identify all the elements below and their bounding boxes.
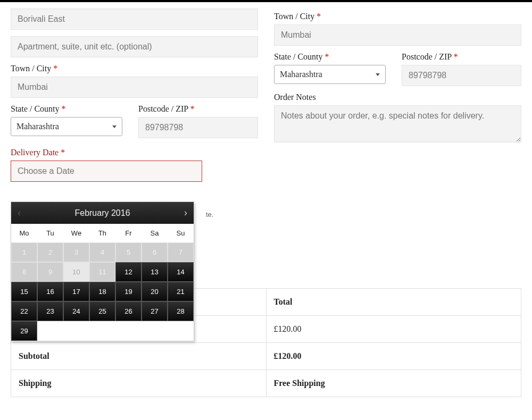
datepicker-day: 11 xyxy=(89,262,115,282)
datepicker-day[interactable]: 24 xyxy=(63,301,89,321)
datepicker-day[interactable]: 20 xyxy=(142,282,168,301)
datepicker-dow: We xyxy=(63,224,89,242)
datepicker-day: 2 xyxy=(37,242,63,262)
shipping-city-label: Town / City * xyxy=(274,12,521,21)
datepicker-day[interactable]: 23 xyxy=(37,301,63,321)
datepicker-day[interactable]: 18 xyxy=(89,282,115,301)
billing-postcode-input[interactable] xyxy=(138,117,258,138)
datepicker-day[interactable]: 17 xyxy=(63,282,89,301)
datepicker-empty xyxy=(63,321,89,341)
order-notes-label: Order Notes xyxy=(274,93,521,102)
datepicker-empty xyxy=(142,321,168,341)
datepicker-day: 3 xyxy=(63,242,89,262)
datepicker-day[interactable]: 27 xyxy=(142,301,168,321)
datepicker-empty xyxy=(89,321,115,341)
chevron-down-icon xyxy=(376,73,380,76)
order-row-price: £120.00 xyxy=(266,316,521,343)
datepicker-day[interactable]: 15 xyxy=(11,282,37,301)
datepicker-title: February 2016 xyxy=(21,208,184,218)
shipping-state-select[interactable]: Maharashtra xyxy=(274,65,386,84)
datepicker-day[interactable]: 16 xyxy=(37,282,63,301)
order-shipping-label: Shipping xyxy=(11,370,267,397)
datepicker-dow: Sa xyxy=(142,224,168,242)
delivery-date-input[interactable] xyxy=(11,161,202,182)
billing-city-label: Town / City * xyxy=(11,64,258,73)
datepicker-day: 10 xyxy=(63,262,89,282)
datepicker-day[interactable]: 22 xyxy=(11,301,37,321)
order-subtotal-value: £120.00 xyxy=(266,343,521,370)
datepicker-dow: Th xyxy=(89,224,115,242)
datepicker-day[interactable]: 19 xyxy=(115,282,142,301)
datepicker-dow: Tu xyxy=(37,224,63,242)
delivery-date-label: Delivery Date * xyxy=(11,148,258,157)
datepicker-day: 1 xyxy=(11,242,37,262)
datepicker-day: 6 xyxy=(142,242,168,262)
datepicker-day: 8 xyxy=(11,262,37,282)
billing-street1-input[interactable] xyxy=(11,9,258,30)
datepicker-dow: Mo xyxy=(11,224,37,242)
datepicker-day[interactable]: 28 xyxy=(168,301,194,321)
datepicker-day: 5 xyxy=(115,242,142,262)
datepicker-empty xyxy=(168,321,194,341)
datepicker-dow: Fr xyxy=(115,224,142,242)
order-shipping-value: Free Shipping xyxy=(266,370,521,397)
datepicker-day[interactable]: 14 xyxy=(168,262,194,282)
datepicker-day[interactable]: 26 xyxy=(115,301,142,321)
order-subtotal-label: Subtotal xyxy=(11,343,267,370)
datepicker-empty xyxy=(37,321,63,341)
datepicker-empty xyxy=(115,321,142,341)
datepicker-day: 7 xyxy=(168,242,194,262)
datepicker-day[interactable]: 12 xyxy=(115,262,142,282)
billing-state-label: State / County * xyxy=(11,104,122,114)
billing-state-select[interactable]: Maharashtra xyxy=(11,117,122,136)
shipping-postcode-label: Postcode / ZIP * xyxy=(402,52,521,62)
datepicker: ‹ February 2016 › MoTuWeThFrSaSu 1234567… xyxy=(11,201,194,341)
order-header-total: Total xyxy=(266,289,521,316)
shipping-state-label: State / County * xyxy=(274,52,386,62)
datepicker-day[interactable]: 29 xyxy=(11,321,37,341)
datepicker-day[interactable]: 21 xyxy=(168,282,194,301)
shipping-city-input[interactable] xyxy=(274,24,521,46)
datepicker-day[interactable]: 25 xyxy=(89,301,115,321)
billing-city-input[interactable] xyxy=(11,77,258,98)
datepicker-next-icon[interactable]: › xyxy=(184,207,187,219)
delivery-hint-fragment: te. xyxy=(206,211,213,219)
datepicker-dow: Su xyxy=(168,224,194,242)
datepicker-day[interactable]: 13 xyxy=(142,262,168,282)
datepicker-day: 4 xyxy=(89,242,115,262)
order-notes-textarea[interactable] xyxy=(274,105,521,142)
chevron-down-icon xyxy=(112,125,117,128)
billing-street2-input[interactable] xyxy=(11,36,258,57)
datepicker-day: 9 xyxy=(37,262,63,282)
billing-postcode-label: Postcode / ZIP * xyxy=(138,104,258,114)
shipping-postcode-input[interactable] xyxy=(402,65,521,86)
